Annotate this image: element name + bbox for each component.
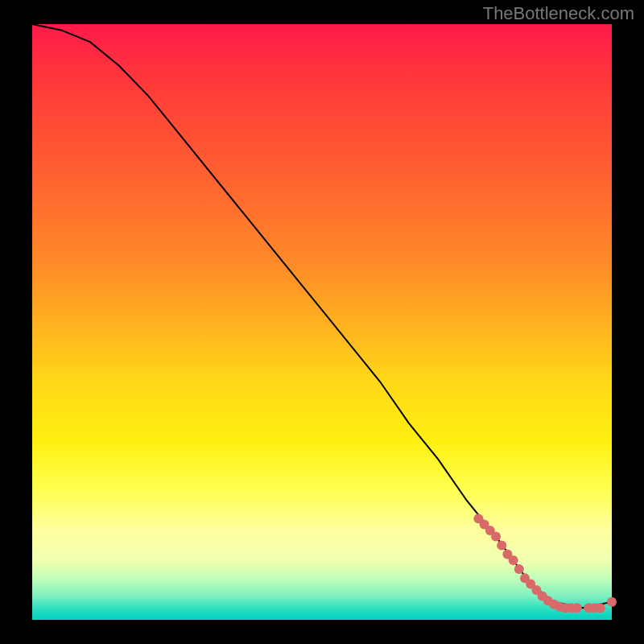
chart-curve [32, 24, 612, 608]
scatter-point [509, 555, 518, 565]
scatter-point [572, 603, 582, 613]
scatter-point [596, 603, 605, 613]
scatter-point [491, 531, 501, 541]
watermark-text: TheBottleneck.com [483, 3, 634, 24]
chart-plot-area [32, 24, 612, 620]
chart-svg [32, 24, 612, 620]
scatter-point [497, 541, 506, 551]
scatter-point [514, 564, 524, 574]
chart-scatter-points [473, 514, 617, 613]
scatter-point [607, 597, 617, 607]
